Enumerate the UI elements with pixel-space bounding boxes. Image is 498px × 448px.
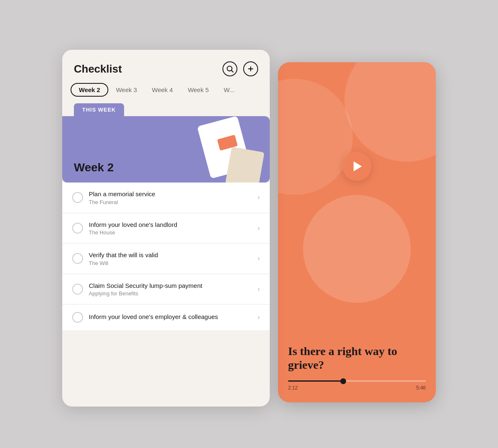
checklist-item-2[interactable]: Verify that the will is valid The Will › [62,243,270,274]
checklist-item-0[interactable]: Plan a memorial service The Funeral › [62,183,270,213]
checklist-item-1[interactable]: Inform your loved one's landlord The Hou… [62,213,270,244]
video-decoration-circle-2 [278,79,353,195]
video-info: Is there a right way to grieve? 2:12 5:4… [278,336,436,402]
play-icon [354,161,362,171]
scene: Checklist Week 2 Week 3 W [62,37,436,411]
item-text-1: Inform your loved one's landlord The Hou… [89,221,252,236]
item-text-3: Claim Social Security lump-sum payment A… [89,282,252,297]
search-button[interactable] [222,61,237,76]
video-decoration-circle-3 [303,195,411,303]
time-labels: 2:12 5:46 [288,385,426,391]
item-checkbox-4[interactable] [72,312,83,323]
item-subtitle-0: The Funeral [89,199,252,205]
item-subtitle-2: The Will [89,260,252,266]
checklist-panel: Checklist Week 2 Week 3 W [62,50,270,407]
tab-week2[interactable]: Week 2 [71,83,108,97]
header-icons [222,61,258,76]
tabs-row: Week 2 Week 3 Week 4 Week 5 W... [62,83,270,103]
item-checkbox-2[interactable] [72,253,83,264]
item-checkbox-0[interactable] [72,192,83,203]
video-title: Is there a right way to grieve? [288,344,426,372]
tab-week3[interactable]: Week 3 [108,83,144,97]
this-week-section: THIS WEEK Week 2 [62,103,270,183]
week-card-title: Week 2 [74,161,114,174]
checklist-item-3[interactable]: Claim Social Security lump-sum payment A… [62,274,270,305]
chevron-icon-2: › [258,255,260,262]
checklist-item-4[interactable]: Inform your loved one's employer & colle… [62,304,270,330]
item-checkbox-3[interactable] [72,284,83,295]
chevron-icon-3: › [258,285,260,293]
decoration-beige-paper [225,147,264,183]
tab-week5[interactable]: Week 5 [181,83,217,97]
item-title-0: Plan a memorial service [89,190,252,198]
item-text-4: Inform your loved one's employer & colle… [89,313,252,322]
video-decoration-circle-1 [344,62,436,162]
progress-track [288,380,426,382]
play-button[interactable] [342,152,371,181]
item-text-0: Plan a memorial service The Funeral [89,190,252,205]
time-current: 2:12 [288,385,298,391]
progress-bar-container[interactable]: 2:12 5:46 [288,380,426,391]
video-panel: Is there a right way to grieve? 2:12 5:4… [278,62,436,402]
item-subtitle-3: Applying for Benefits [89,290,252,297]
item-title-1: Inform your loved one's landlord [89,221,252,229]
svg-line-1 [232,71,234,73]
item-title-3: Claim Social Security lump-sum payment [89,282,252,290]
this-week-label: THIS WEEK [74,103,124,116]
item-title-4: Inform your loved one's employer & colle… [89,313,252,321]
video-background [278,62,436,336]
checklist-items: Plan a memorial service The Funeral › In… [62,183,270,330]
item-subtitle-1: The House [89,229,252,236]
checklist-title: Checklist [74,63,122,75]
chevron-icon-1: › [258,224,260,232]
progress-thumb[interactable] [340,378,346,384]
chevron-icon-0: › [258,194,260,201]
checklist-header: Checklist [62,50,270,83]
svg-point-0 [227,66,232,71]
add-button[interactable] [243,61,258,76]
tab-week-more[interactable]: W... [216,83,242,97]
item-text-2: Verify that the will is valid The Will [89,251,252,266]
chevron-icon-4: › [258,314,260,321]
tab-week4[interactable]: Week 4 [144,83,181,97]
time-total: 5:46 [416,385,426,391]
week-card: Week 2 [62,116,270,183]
item-checkbox-1[interactable] [72,223,83,234]
this-week-banner: THIS WEEK [74,103,124,116]
progress-fill [288,380,343,382]
item-title-2: Verify that the will is valid [89,251,252,259]
